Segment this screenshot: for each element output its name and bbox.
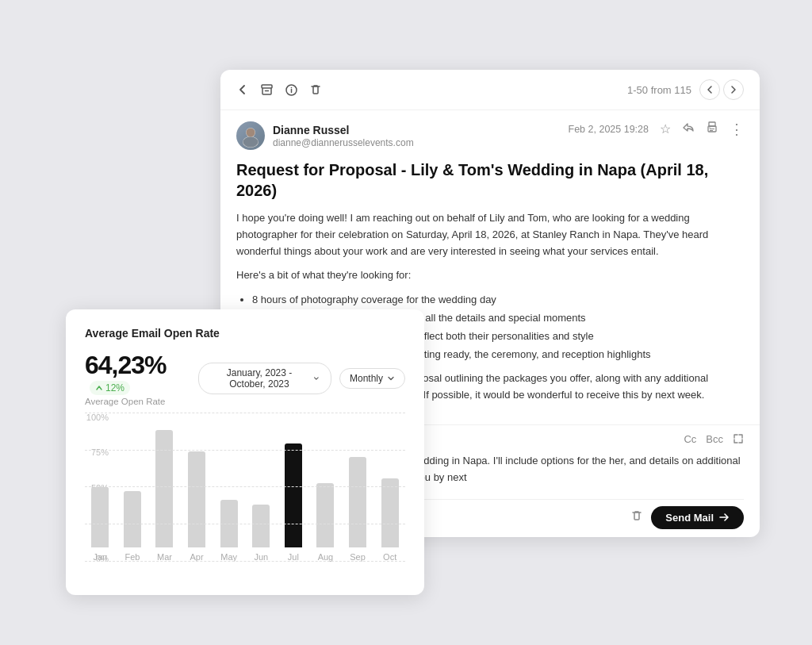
bar-group-mar: Mar	[149, 430, 180, 562]
bar-group-sep: Sep	[343, 457, 373, 562]
email-meta-right: Feb 2, 2025 19:28 ☆ ⋮	[569, 121, 744, 136]
bar-chart-area: 100% 75% 50% 25% 0% JanFebMa	[85, 413, 405, 579]
body-intro: I hope you're doing well! I am reaching …	[236, 210, 744, 259]
bar-group-oct: Oct	[374, 478, 405, 562]
reply-icon[interactable]	[682, 121, 695, 136]
bar-label-jun: Jun	[254, 552, 268, 562]
svg-point-2	[291, 86, 293, 88]
bar-label-aug: Aug	[318, 552, 334, 562]
delete-draft-icon[interactable]	[630, 509, 643, 525]
toolbar-left	[236, 83, 322, 97]
svg-rect-0	[262, 85, 272, 88]
bar-oct	[381, 478, 399, 547]
bar-group-jun: Jun	[246, 505, 277, 562]
svg-rect-10	[710, 130, 713, 131]
bar-group-apr: Apr	[182, 451, 213, 562]
sender-details: Dianne Russel dianne@diannerusselevents.…	[273, 124, 414, 148]
bar-label-mar: Mar	[157, 552, 172, 562]
chart-controls: 64,23% 12% Average Open Rate January, 20…	[85, 351, 405, 406]
bar-group-aug: Aug	[310, 483, 341, 562]
bar-jan	[91, 487, 109, 547]
sender-email: dianne@diannerusselevents.com	[273, 137, 414, 148]
email-toolbar: 1-50 from 115	[220, 70, 760, 110]
email-header: Dianne Russel dianne@diannerusselevents.…	[220, 110, 760, 156]
send-label: Send Mail	[665, 512, 714, 524]
bar-group-jan: Jan	[85, 487, 116, 562]
bar-group-feb: Feb	[117, 491, 148, 562]
svg-point-5	[247, 129, 255, 137]
back-icon[interactable]	[236, 83, 249, 96]
toolbar-right: 1-50 from 115	[627, 79, 744, 100]
bar-feb	[124, 491, 141, 547]
email-date: Feb 2, 2025 19:28	[569, 124, 649, 135]
email-subject: Request for Proposal - Lily & Tom's Wedd…	[220, 156, 760, 210]
nav-arrows	[699, 79, 744, 100]
bar-may	[220, 500, 238, 547]
date-range-button[interactable]: January, 2023 - October, 2023	[198, 363, 331, 394]
bar-sep	[349, 457, 366, 547]
bar-group-jul: Jul	[278, 443, 309, 562]
avatar	[236, 121, 265, 150]
next-arrow[interactable]	[723, 79, 744, 100]
stat-badge: 12%	[90, 381, 130, 395]
stat-block: 64,23% 12% Average Open Rate	[85, 351, 198, 406]
send-mail-button[interactable]: Send Mail	[651, 506, 744, 529]
stat-value-row: 64,23% 12%	[85, 351, 198, 395]
frequency-text: Monthly	[350, 373, 383, 384]
archive-icon[interactable]	[260, 83, 274, 97]
list-item: 8 hours of photography coverage for the …	[252, 292, 744, 309]
sender-info: Dianne Russel dianne@diannerusselevents.…	[236, 121, 414, 150]
reply-actions: Send Mail	[630, 506, 744, 529]
bar-jul	[285, 443, 302, 547]
bar-mar	[155, 430, 173, 547]
monthly-button[interactable]: Monthly	[339, 368, 405, 389]
bar-label-jul: Jul	[288, 552, 299, 562]
more-icon[interactable]: ⋮	[730, 122, 744, 136]
bar-jun	[252, 505, 270, 547]
badge-value: 12%	[105, 382, 124, 394]
expand-icon[interactable]	[733, 433, 744, 447]
big-stat: 64,23%	[85, 351, 167, 379]
bars-container: JanFebMarAprMayJunJulAugSepOct	[85, 413, 405, 562]
bar-apr	[188, 451, 205, 547]
controls-right: January, 2023 - October, 2023 Monthly	[198, 363, 405, 394]
chart-title: Average Email Open Rate	[85, 327, 405, 340]
bar-label-oct: Oct	[383, 552, 396, 562]
bar-aug	[316, 483, 334, 547]
svg-rect-9	[710, 129, 714, 129]
svg-point-6	[243, 137, 259, 148]
info-icon[interactable]	[285, 83, 298, 97]
bar-group-may: May	[213, 500, 244, 562]
body-looking: Here's a bit of what they're looking for…	[236, 267, 744, 284]
bar-label-may: May	[220, 552, 237, 562]
trash-icon[interactable]	[309, 83, 322, 96]
pagination-text: 1-50 from 115	[627, 84, 691, 96]
prev-arrow[interactable]	[699, 79, 720, 100]
svg-point-11	[709, 127, 710, 128]
star-icon[interactable]: ☆	[660, 121, 671, 136]
bcc-label[interactable]: Bcc	[706, 433, 723, 447]
bar-label-jan: Jan	[93, 552, 107, 562]
bar-label-feb: Feb	[124, 552, 140, 562]
bar-label-sep: Sep	[350, 552, 366, 562]
svg-rect-7	[709, 122, 715, 126]
sender-name: Dianne Russel	[273, 124, 414, 136]
bar-label-apr: Apr	[190, 552, 204, 562]
print-icon[interactable]	[706, 121, 718, 136]
stat-label: Average Open Rate	[85, 397, 198, 406]
chart-panel: Average Email Open Rate 64,23% 12% Avera…	[66, 309, 424, 595]
cc-label[interactable]: Cc	[684, 433, 696, 447]
date-range-text: January, 2023 - October, 2023	[210, 367, 309, 390]
